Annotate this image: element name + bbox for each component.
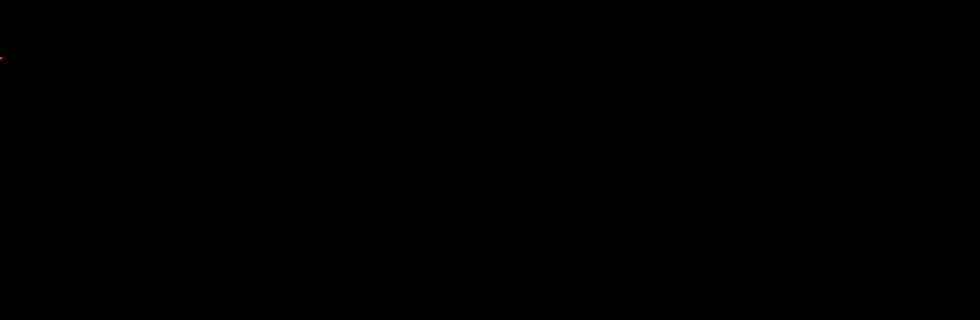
highlighted-row-box — [0, 57, 2, 59]
